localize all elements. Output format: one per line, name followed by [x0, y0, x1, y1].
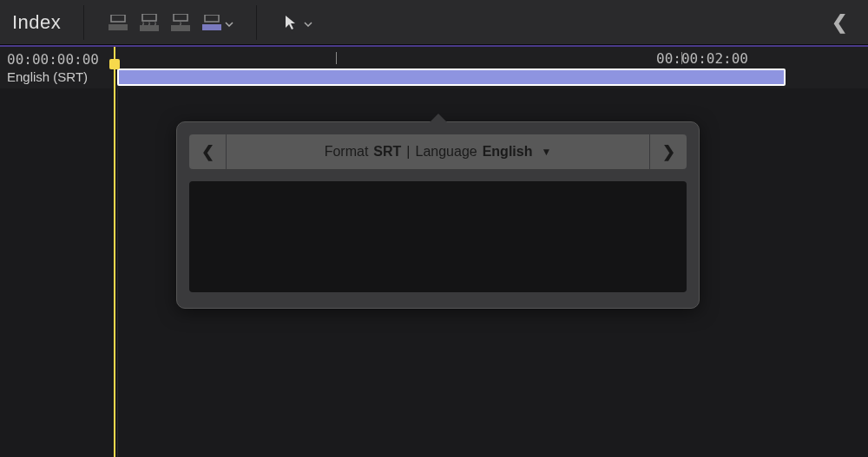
chevron-down-icon: ▼: [541, 146, 551, 158]
clip-appearance-2-icon[interactable]: [138, 12, 161, 33]
svg-rect-2: [142, 14, 156, 21]
svg-rect-1: [108, 24, 128, 30]
toolbar: Index ❮: [0, 0, 868, 45]
caption-format-language-dropdown[interactable]: Format SRT | Language English ▼: [227, 134, 649, 169]
svg-rect-3: [140, 25, 159, 31]
cursor-icon: [279, 12, 302, 33]
timeline-ruler[interactable]: 00:00:02:00: [117, 47, 868, 88]
clip-appearance-1-icon[interactable]: [107, 12, 129, 33]
caption-track-label[interactable]: English (SRT): [7, 69, 117, 84]
selection-tool-group: [279, 12, 312, 33]
format-label: Format: [325, 144, 369, 160]
svg-rect-0: [111, 15, 125, 22]
playhead[interactable]: [114, 47, 115, 457]
start-timecode: 00:00:00:00: [7, 51, 117, 68]
timeline-left-gutter: 00:00:00:00 English (SRT): [0, 47, 117, 88]
ruler-tick: [336, 52, 337, 64]
clip-appearance-3-icon[interactable]: [169, 12, 192, 33]
toolbar-divider: [83, 5, 84, 40]
chevron-down-icon: [304, 15, 312, 30]
previous-caption-button[interactable]: ❮: [189, 134, 226, 169]
selection-tool-dropdown[interactable]: [279, 12, 312, 33]
clip-appearance-4-icon: [201, 12, 223, 33]
caption-editor-popover: ❮ Format SRT | Language English ▼ ❯: [176, 121, 700, 309]
index-button[interactable]: Index: [9, 11, 61, 34]
caption-text-input[interactable]: [189, 181, 687, 292]
svg-rect-7: [202, 24, 221, 30]
caption-editor-header: ❮ Format SRT | Language English ▼ ❯: [189, 134, 687, 169]
language-value: English: [483, 144, 533, 160]
toolbar-divider: [256, 5, 257, 40]
timeline-header: 00:00:00:00 English (SRT) 00:00:02:00: [0, 45, 868, 88]
format-value: SRT: [373, 144, 401, 160]
caption-clip[interactable]: [117, 69, 786, 86]
svg-rect-6: [205, 15, 219, 22]
separator: |: [406, 144, 410, 160]
back-chevron-icon[interactable]: ❮: [819, 11, 859, 34]
svg-rect-4: [174, 14, 187, 21]
next-caption-button[interactable]: ❯: [650, 134, 687, 169]
language-label: Language: [415, 144, 477, 160]
clip-appearance-4-dropdown[interactable]: [201, 12, 233, 33]
svg-rect-5: [171, 25, 190, 31]
clip-layout-tool-group: [107, 12, 233, 33]
end-timecode: 00:00:02:00: [656, 50, 748, 67]
chevron-down-icon: [225, 15, 233, 30]
